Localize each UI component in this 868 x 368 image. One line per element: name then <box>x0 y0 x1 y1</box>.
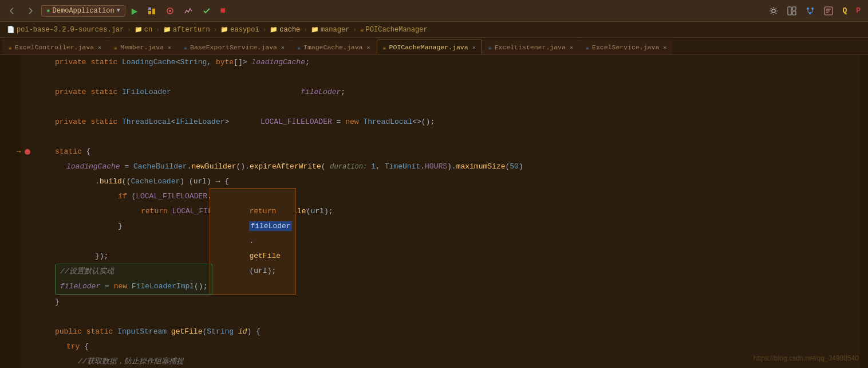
breadcrumb-afterturn[interactable]: 📁 afterturn <box>161 25 212 34</box>
tab-excelcontroller-label: ExcelController.java <box>15 44 94 51</box>
breadcrumb-jar-label: poi-base-3.2.0-sources.jar <box>17 26 124 34</box>
gutter-line-12 <box>15 219 18 234</box>
code-line-21: //获取数据，防止操作阻塞捕捉 <box>26 354 860 368</box>
paren-16: (); <box>194 279 207 294</box>
type-timeunit: TimeUnit <box>385 159 420 174</box>
gutter-line-2 <box>15 70 18 85</box>
breadcrumb-easypoi[interactable]: 📁 easypoi <box>218 25 261 34</box>
tab-excellistener[interactable]: ☕ ExcelListener.java ✕ <box>482 40 579 54</box>
eq-8: = <box>120 159 133 174</box>
kw-static-5: static <box>90 115 122 130</box>
sep1: › <box>127 26 131 33</box>
tab-baseexportservice[interactable]: ☕ BaseExportService.java ✕ <box>177 40 291 54</box>
editor-area: → private static LoadingCache < String , <box>0 55 868 368</box>
method-getfile-13: getFile <box>249 252 281 260</box>
kw-private-1: private <box>55 55 90 70</box>
tab-imagecache[interactable]: ☕ ImageCache.java ✕ <box>291 40 377 54</box>
gutter-line-11 <box>15 204 18 219</box>
bracket-1: []> <box>234 55 251 70</box>
search-icon[interactable] <box>821 5 836 17</box>
breadcrumb-cache[interactable]: 📁 cache <box>267 25 302 34</box>
back-button[interactable] <box>5 5 19 17</box>
paren-5: ) <box>519 159 523 174</box>
settings-icon[interactable] <box>766 5 781 17</box>
breadcrumb-manager[interactable]: 📁 manager <box>309 25 352 34</box>
tab-excelservice[interactable]: ☕ ExcelService.java ✕ <box>579 40 673 54</box>
brace-try: { <box>84 339 89 354</box>
kw-static-19: static <box>86 324 118 339</box>
code-line-14: }); <box>26 249 860 264</box>
tab-excelservice-close[interactable]: ✕ <box>663 44 666 51</box>
extra-icon[interactable]: P <box>853 5 863 16</box>
vcs-icon[interactable] <box>803 5 818 17</box>
forward-button[interactable] <box>23 5 38 17</box>
watermark: https://blog.csdn.net/qq_34988540 <box>753 354 859 362</box>
breadcrumb-manager-label: manager <box>321 26 349 34</box>
type-ifileloader-3: IFileLoader <box>122 85 171 100</box>
tab-baseexportservice-close[interactable]: ✕ <box>281 44 285 51</box>
code-line-19: public static InputStream getFile ( Stri… <box>26 324 860 339</box>
tab-member-label: Member.java <box>120 44 164 51</box>
breadcrumb-jar[interactable]: 📄 poi-base-3.2.0-sources.jar <box>5 25 126 34</box>
kw-static-1: static <box>90 55 122 70</box>
stop-button[interactable]: ■ <box>218 5 229 17</box>
svg-rect-2 <box>148 7 151 10</box>
app-dropdown[interactable]: ● DemoApplication ▼ <box>41 5 125 17</box>
tab-excellistener-close[interactable]: ✕ <box>570 44 573 51</box>
breadcrumb-class[interactable]: ☕ POICacheManager <box>358 25 430 34</box>
breadcrumb-easypoi-label: easypoi <box>230 26 259 34</box>
gutter-line-7: → <box>15 144 18 159</box>
gutter-line-20 <box>15 338 18 353</box>
eq-5: = <box>332 115 345 130</box>
gutter-line-14 <box>15 249 18 264</box>
code-content[interactable]: private static LoadingCache < String , b… <box>21 55 860 368</box>
brace-close-12: } <box>118 219 123 234</box>
kw-public-19: public <box>55 324 86 339</box>
brace-7: { <box>86 144 91 159</box>
close-14: }); <box>95 249 108 264</box>
tab-imagecache-label: ImageCache.java <box>303 44 363 51</box>
tab-member[interactable]: ☕ Member.java ✕ <box>108 40 177 54</box>
type-ifileloader-5: IFileLoader <box>176 115 225 130</box>
code-line-1: private static LoadingCache < String , b… <box>26 55 860 70</box>
layout-icon[interactable] <box>784 5 799 17</box>
code-line-11: return LOCAL_FILELOADER . get (). getFil… <box>26 204 860 219</box>
breadcrumb-afterturn-label: afterturn <box>173 26 210 34</box>
dot-2: . <box>420 159 425 174</box>
breadcrumb-cn[interactable]: 📁 cn <box>132 25 155 34</box>
tab-poicachemanager[interactable]: ☕ POICacheManager.java ✕ <box>377 40 482 54</box>
var-fileloder-3: fileLoder <box>301 85 341 100</box>
build-button[interactable] <box>144 5 159 17</box>
debug-button[interactable] <box>163 5 177 17</box>
tab-imagecache-close[interactable]: ✕ <box>367 44 370 51</box>
kw-new-16: new <box>114 279 132 294</box>
code-line-13: return fileLoder . getFile (url); <box>26 234 860 249</box>
paren-if-1: ( <box>131 189 136 204</box>
right-scrollbar[interactable] <box>860 55 868 368</box>
type-cacheloader: CacheLoader <box>131 174 180 189</box>
tab-excelcontroller-close[interactable]: ✕ <box>98 44 101 51</box>
tab-excellistener-label: ExcelListener.java <box>495 44 566 51</box>
dot-1: . <box>187 159 192 174</box>
gutter-line-18 <box>15 308 18 323</box>
svg-point-10 <box>811 7 814 10</box>
gutter-line-19 <box>15 323 18 338</box>
profile-button[interactable] <box>181 5 196 17</box>
semi-1: ; <box>305 55 310 70</box>
tab-excelcontroller[interactable]: ☕ ExcelController.java ✕ <box>2 40 108 54</box>
type-fileloaderimpl: FileLoaderImpl <box>132 279 194 294</box>
tab-member-close[interactable]: ✕ <box>168 44 171 51</box>
tab-poicachemanager-close[interactable]: ✕ <box>472 44 476 51</box>
breadcrumb-cn-label: cn <box>144 26 152 34</box>
run-button[interactable]: ▶ <box>129 3 141 18</box>
code-line-7: static { <box>26 144 860 159</box>
code-line-18 <box>26 310 860 324</box>
sep3: › <box>214 26 218 33</box>
qa-icon[interactable]: Q <box>839 5 850 16</box>
kw-private-5: private <box>55 115 90 130</box>
coverage-button[interactable] <box>199 5 214 17</box>
var-loadingcache: loadingCache <box>251 55 305 70</box>
svg-rect-0 <box>148 11 151 14</box>
method-expire: expireAfterWrite <box>250 159 321 174</box>
svg-rect-7 <box>792 7 796 10</box>
